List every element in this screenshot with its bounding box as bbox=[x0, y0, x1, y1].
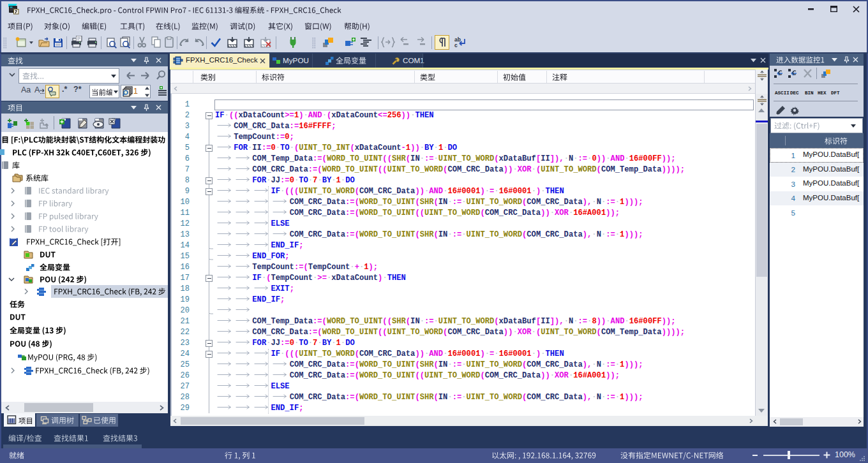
svg-text:c: c bbox=[454, 42, 458, 48]
